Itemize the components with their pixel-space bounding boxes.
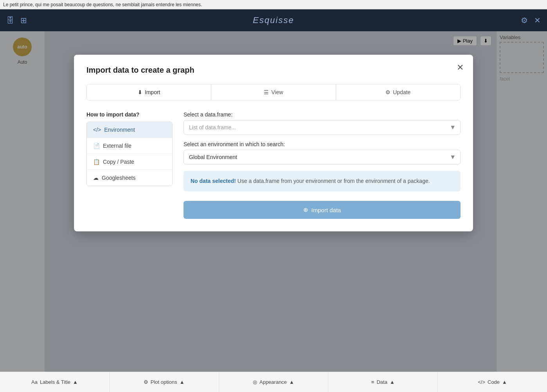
select-dataframe-label: Select a data.frame: <box>184 111 461 118</box>
toolbar-code[interactable]: </> Code ▲ <box>438 372 547 392</box>
import-data-icon: ⊕ <box>303 206 308 213</box>
import-option-googlesheets[interactable]: ☁ Googlesheets <box>87 170 172 186</box>
toolbar-appearance[interactable]: ◎ Appearance ▲ <box>219 372 329 392</box>
googlesheets-icon: ☁ <box>93 175 99 181</box>
labels-arrow: ▲ <box>73 379 78 385</box>
plot-options-icon: ⚙ <box>144 379 148 385</box>
environment-select[interactable] <box>184 150 461 165</box>
data-icon: ≡ <box>371 379 374 385</box>
header-right: ⚙ ✕ <box>521 16 541 25</box>
import-left-panel: How to import data? </> Environment 📄 Ex… <box>86 111 173 219</box>
labels-label: Labels & Title <box>40 379 70 385</box>
modal-close-button[interactable]: ✕ <box>457 63 464 73</box>
appearance-arrow: ▲ <box>289 379 294 385</box>
appearance-label: Appearance <box>259 379 287 385</box>
labels-icon: Aa <box>31 379 38 385</box>
select-dataframe-section: Select a data.frame: ▼ List of data.fram… <box>184 111 461 135</box>
import-option-environment[interactable]: </> Environment <box>87 122 172 138</box>
copy-paste-icon: 📋 <box>93 159 100 165</box>
tab-import[interactable]: ⬇ Import <box>87 84 211 100</box>
data-arrow: ▲ <box>390 379 395 385</box>
import-tab-label: Import <box>145 89 160 95</box>
select-environment-section: Select an environment in which to search… <box>184 141 461 165</box>
select-environment-label: Select an environment in which to search… <box>184 141 461 147</box>
app-header: 🗄 ⊞ Esquisse ⚙ ✕ <box>0 9 547 31</box>
import-form: Select a data.frame: ▼ List of data.fram… <box>184 111 461 219</box>
external-file-label: External file <box>103 143 131 149</box>
import-modal: Import data to create a graph ✕ ⬇ Import… <box>74 55 473 231</box>
code-icon: </> <box>478 379 485 385</box>
toolbar-plot-options[interactable]: ⚙ Plot options ▲ <box>110 372 219 392</box>
import-data-label: Import data <box>311 207 341 213</box>
main-content: auto Auto ▶ Play ⬇ Variables facet Impor… <box>0 31 547 372</box>
toolbar-data[interactable]: ≡ Data ▲ <box>328 372 438 392</box>
modal-title: Import data to create a graph <box>86 66 461 75</box>
update-tab-icon: ⚙ <box>385 89 390 95</box>
app-title: Esquisse <box>253 15 294 25</box>
modal-body: How to import data? </> Environment 📄 Ex… <box>86 111 461 219</box>
environment-select-wrapper: ▼ Global Environment <box>184 150 461 165</box>
settings-icon[interactable]: ⚙ <box>521 16 528 25</box>
import-data-button[interactable]: ⊕ Import data <box>184 201 461 219</box>
tab-view[interactable]: ☰ View <box>211 84 336 100</box>
environment-icon: </> <box>93 127 101 133</box>
info-box-bold: No data selected! <box>191 178 236 184</box>
plot-options-arrow: ▲ <box>180 379 185 385</box>
code-label: Code <box>488 379 500 385</box>
view-tab-icon: ☰ <box>264 89 269 95</box>
toolbar-labels-title[interactable]: Aa Labels & Title ▲ <box>0 372 110 392</box>
appearance-icon: ◎ <box>253 379 257 385</box>
dataframe-select-wrapper: ▼ List of data.frame... <box>184 120 461 135</box>
close-icon[interactable]: ✕ <box>534 16 541 25</box>
update-tab-label: Update <box>393 89 410 95</box>
modal-tabs: ⬇ Import ☰ View ⚙ Update <box>86 84 461 100</box>
info-box-text: Use a data.frame from your environment o… <box>236 178 430 184</box>
plot-options-label: Plot options <box>151 379 177 385</box>
import-tab-icon: ⬇ <box>138 89 142 95</box>
no-data-info-box: No data selected! Use a data.frame from … <box>184 171 461 192</box>
import-options-list: </> Environment 📄 External file 📋 Copy /… <box>86 122 173 186</box>
tab-update[interactable]: ⚙ Update <box>336 84 460 100</box>
copy-paste-label: Copy / Paste <box>103 159 134 165</box>
googlesheets-label: Googlesheets <box>102 175 135 181</box>
header-left: 🗄 ⊞ <box>6 16 27 25</box>
import-option-copy-paste[interactable]: 📋 Copy / Paste <box>87 154 172 170</box>
database-icon[interactable]: 🗄 <box>6 16 14 25</box>
how-to-import-label: How to import data? <box>86 111 173 118</box>
dataframe-select[interactable] <box>184 120 461 135</box>
import-option-external-file[interactable]: 📄 External file <box>87 138 172 154</box>
modal-overlay: Import data to create a graph ✕ ⬇ Import… <box>0 31 547 372</box>
table-icon[interactable]: ⊞ <box>20 16 27 25</box>
ticker-text: Le petit prince, qui me posait beaucoup … <box>3 2 202 7</box>
external-file-icon: 📄 <box>93 143 100 149</box>
ticker-bar: Le petit prince, qui me posait beaucoup … <box>0 0 547 9</box>
bottom-toolbar: Aa Labels & Title ▲ ⚙ Plot options ▲ ◎ A… <box>0 372 547 392</box>
view-tab-label: View <box>271 89 283 95</box>
data-label: Data <box>376 379 387 385</box>
code-arrow: ▲ <box>502 379 507 385</box>
environment-label: Environment <box>104 127 135 133</box>
